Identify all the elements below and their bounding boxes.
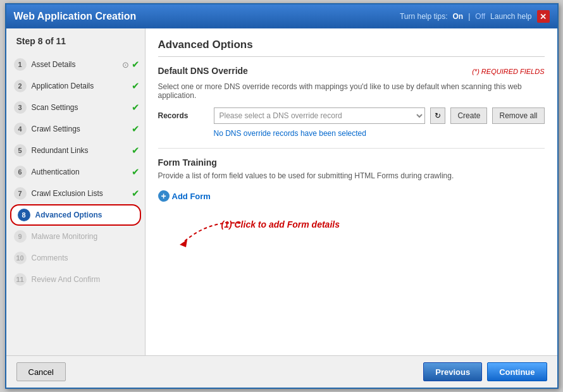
- sidebar-label-4: Crawl Settings: [32, 125, 129, 133]
- footer-right-buttons: Previous Continue: [423, 362, 547, 381]
- dns-section-title: Default DNS Override: [158, 66, 248, 76]
- step-num-1: 1: [14, 58, 27, 71]
- help-off-label[interactable]: Off: [475, 12, 485, 21]
- sidebar-item-application-details[interactable]: 2 Application Details ✔: [6, 75, 145, 97]
- sidebar-item-review-and-confirm[interactable]: 11 Review And Confirm: [6, 269, 145, 290]
- sidebar-label-5: Redundant Links: [32, 146, 129, 155]
- sidebar-label-2: Application Details: [32, 82, 129, 90]
- sidebar-label-9: Malware Monitoring: [32, 232, 140, 241]
- sidebar-item-crawl-settings[interactable]: 4 Crawl Settings ✔: [6, 118, 145, 140]
- check-icon-7: ✔: [132, 188, 140, 199]
- step-num-3: 3: [14, 101, 27, 114]
- check-icon-4: ✔: [132, 123, 140, 135]
- main-content: Advanced Options Default DNS Override (*…: [145, 28, 557, 355]
- sidebar-label-1: Asset Details: [32, 60, 121, 69]
- launch-help-link[interactable]: Launch help: [490, 12, 531, 21]
- check-icon-2: ✔: [132, 80, 140, 92]
- step-num-2: 2: [14, 80, 27, 92]
- dialog-body: Step 8 of 11 1 Asset Details ⊙ ✔ 2 Appli…: [6, 28, 557, 355]
- check-icon-6: ✔: [132, 166, 140, 178]
- sidebar-item-malware-monitoring[interactable]: 9 Malware Monitoring: [6, 226, 145, 247]
- dns-section-desc: Select one or more DNS override records …: [158, 82, 545, 100]
- previous-button[interactable]: Previous: [423, 362, 482, 381]
- dialog-footer: Cancel Previous Continue: [6, 355, 557, 388]
- sidebar-item-comments[interactable]: 10 Comments: [6, 247, 145, 269]
- form-training-title: Form Training: [158, 157, 545, 168]
- dns-select[interactable]: Please select a DNS override record: [214, 107, 426, 124]
- sidebar-item-scan-settings[interactable]: 3 Scan Settings ✔: [6, 97, 145, 118]
- check-icon-5: ✔: [132, 145, 140, 156]
- info-icon-1: ⊙: [122, 60, 129, 70]
- cancel-button[interactable]: Cancel: [16, 362, 66, 381]
- close-button[interactable]: ✕: [537, 10, 550, 23]
- step-num-8: 8: [18, 209, 30, 221]
- add-form-label: Add Form: [172, 192, 211, 201]
- sidebar-item-authentication[interactable]: 6 Authentication ✔: [6, 161, 145, 183]
- check-icon-1: ✔: [132, 59, 140, 70]
- help-tips-label: Turn help tips:: [400, 12, 448, 21]
- sidebar-label-6: Authentication: [32, 168, 129, 176]
- step-num-9: 9: [14, 230, 27, 243]
- no-dns-message: No DNS override records have been select…: [214, 129, 545, 138]
- dns-override-section: Default DNS Override (*) REQUIRED FIELDS…: [158, 66, 545, 138]
- refresh-button[interactable]: ↻: [430, 107, 445, 124]
- sidebar-label-7: Crawl Exclusion Lists: [32, 189, 129, 198]
- svg-marker-0: [180, 240, 187, 247]
- required-fields-label: (*) REQUIRED FIELDS: [472, 68, 544, 75]
- step-num-6: 6: [14, 166, 27, 178]
- help-on-label[interactable]: On: [453, 12, 464, 21]
- sidebar-item-asset-details[interactable]: 1 Asset Details ⊙ ✔: [6, 54, 145, 75]
- sidebar-item-advanced-options[interactable]: 8 Advanced Options: [10, 204, 141, 226]
- records-label: Records: [158, 111, 209, 120]
- refresh-icon: ↻: [435, 111, 441, 120]
- remove-all-button[interactable]: Remove all: [492, 107, 544, 124]
- help-separator: |: [468, 12, 470, 21]
- form-training-section: Form Training Provide a list of form fie…: [158, 157, 545, 257]
- header-controls: Turn help tips: On | Off Launch help ✕: [400, 10, 550, 23]
- dialog-header: Web Application Creation Turn help tips:…: [6, 4, 557, 28]
- plus-circle-icon: +: [158, 190, 170, 202]
- sidebar-label-10: Comments: [32, 254, 140, 262]
- sidebar-item-redundant-links[interactable]: 5 Redundant Links ✔: [6, 140, 145, 161]
- sidebar-item-crawl-exclusion-lists[interactable]: 7 Crawl Exclusion Lists ✔: [6, 183, 145, 204]
- form-training-desc: Provide a list of form field values to b…: [158, 171, 545, 180]
- sidebar-label-3: Scan Settings: [32, 103, 129, 112]
- sidebar-label-11: Review And Confirm: [32, 275, 140, 284]
- dialog-title: Web Application Creation: [14, 11, 137, 22]
- create-button[interactable]: Create: [450, 107, 487, 124]
- step-num-10: 10: [14, 252, 27, 264]
- step-num-11: 11: [14, 273, 27, 286]
- annotation-text: (1) Click to add Form details: [221, 219, 340, 230]
- step-counter: Step 8 of 11: [6, 36, 145, 54]
- check-icon-3: ✔: [132, 102, 140, 113]
- section-divider: [158, 148, 545, 149]
- sidebar-label-8: Advanced Options: [35, 211, 135, 219]
- continue-button[interactable]: Continue: [487, 362, 547, 381]
- annotation-area: (1) Click to add Form details: [158, 207, 545, 257]
- web-application-creation-dialog: Web Application Creation Turn help tips:…: [5, 3, 559, 389]
- page-title: Advanced Options: [158, 39, 545, 57]
- add-form-button[interactable]: + Add Form: [158, 188, 211, 204]
- step-num-5: 5: [14, 144, 27, 157]
- records-row: Records Please select a DNS override rec…: [158, 107, 545, 124]
- step-num-7: 7: [14, 187, 27, 200]
- step-num-4: 4: [14, 123, 27, 135]
- sidebar: Step 8 of 11 1 Asset Details ⊙ ✔ 2 Appli…: [6, 28, 145, 355]
